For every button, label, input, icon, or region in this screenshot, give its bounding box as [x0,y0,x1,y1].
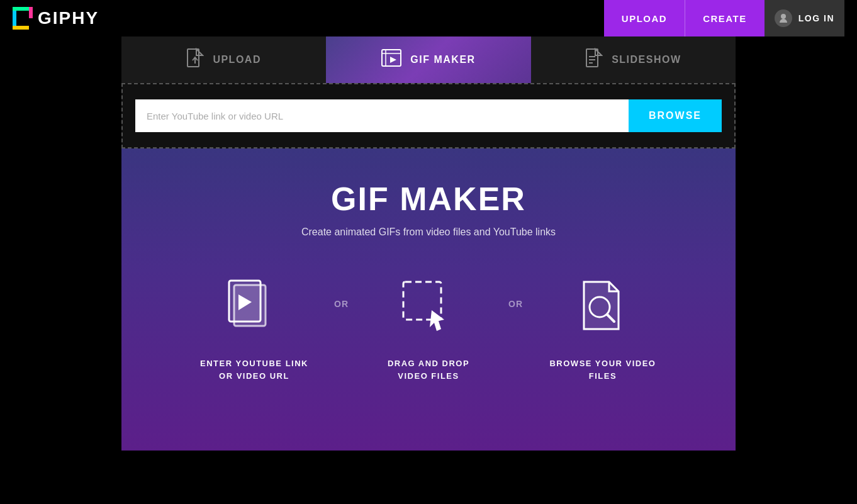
url-input-row: BROWSE [135,99,722,132]
browse-icon [568,276,637,345]
svg-marker-19 [430,310,444,331]
or-label-1: OR [334,299,349,309]
drag-drop-icon [394,276,463,345]
or-separator-2: OR [493,299,538,359]
step-browse: BROWSE YOUR VIDEO FILES [538,276,668,382]
logo[interactable]: GIPHY [13,7,99,30]
main-content: GIF MAKER Create animated GIFs from vide… [121,148,736,451]
tab-gif-maker-label: GIF MAKER [410,54,475,65]
browse-button[interactable]: BROWSE [629,99,722,132]
step-drag-drop: DRAG AND DROP VIDEO FILES [364,276,493,382]
tab-upload[interactable]: UPLOAD [121,36,326,83]
page-subtitle: Create animated GIFs from video files an… [301,227,556,238]
login-area[interactable]: LOG IN [765,0,844,36]
svg-point-4 [781,14,786,19]
svg-marker-10 [390,57,396,63]
tabs-nav: UPLOAD GIF MAKER SLIDESHOW [121,36,736,83]
tab-gif-maker[interactable]: GIF MAKER [326,36,530,83]
steps-row: ENTER YOUTUBE LINK OR VIDEO URL OR DRAG … [189,276,668,382]
logo-text: GIPHY [38,8,99,28]
step-drag-drop-label: DRAG AND DROP VIDEO FILES [388,357,469,382]
step-youtube-label: ENTER YOUTUBE LINK OR VIDEO URL [200,357,308,382]
svg-rect-5 [188,49,199,67]
or-separator-1: OR [319,299,364,359]
svg-rect-3 [13,26,29,30]
svg-rect-11 [586,49,598,67]
user-icon [775,9,792,27]
step-browse-label: BROWSE YOUR VIDEO FILES [549,357,656,382]
header-actions: UPLOAD CREATE LOG IN [604,0,844,36]
url-input[interactable] [135,99,629,132]
login-button[interactable]: LOG IN [798,13,834,23]
tab-slideshow[interactable]: SLIDESHOW [531,36,736,83]
tab-slideshow-label: SLIDESHOW [612,54,681,65]
slideshow-tab-icon [585,48,603,72]
or-label-2: OR [508,299,523,309]
header: GIPHY UPLOAD CREATE LOG IN [0,0,857,36]
gif-maker-tab-icon [381,49,401,70]
youtube-icon [220,276,289,345]
tab-upload-label: UPLOAD [213,54,261,65]
giphy-logo-icon [13,7,33,30]
page-title: GIF MAKER [331,180,526,218]
upload-button[interactable]: UPLOAD [604,0,685,36]
create-button[interactable]: CREATE [685,0,765,36]
upload-tab-icon [186,48,204,72]
svg-rect-2 [29,7,33,18]
step-youtube: ENTER YOUTUBE LINK OR VIDEO URL [189,276,319,382]
upload-drop-zone: BROWSE [121,83,736,148]
